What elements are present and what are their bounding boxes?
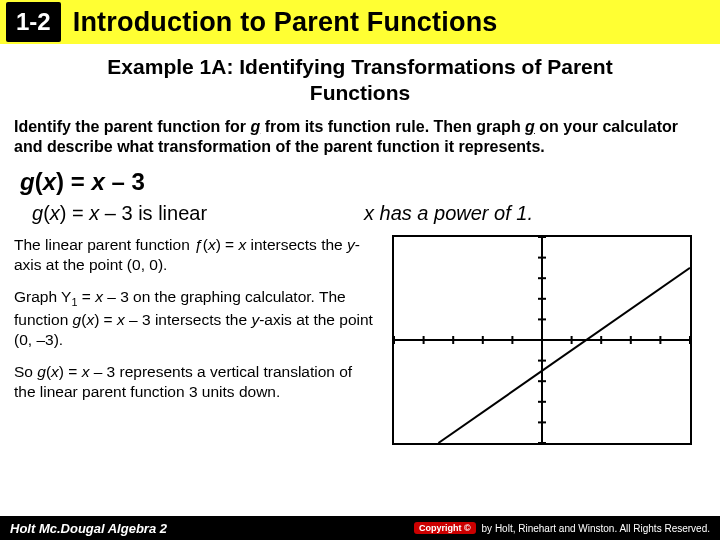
para-2: Graph Y1 = x – 3 on the graphing calcula… (14, 287, 374, 349)
footer-copyright: Copyright © by Holt, Rinehart and Winsto… (414, 522, 710, 534)
notes-row: g(x) = x – 3 is linear x has a power of … (14, 202, 706, 225)
header-title: Introduction to Parent Functions (73, 7, 498, 38)
lesson-badge: 1-2 (6, 2, 61, 42)
example-title: Example 1A: Identifying Transformations … (0, 54, 720, 107)
example-title-line1: Example 1A: Identifying Transformations … (107, 55, 612, 78)
graph-svg (394, 237, 690, 443)
linear-note: g(x) = x – 3 is linear (14, 202, 294, 225)
equation-main: g(x) = x – 3 (20, 168, 720, 196)
para-3: So g(x) = x – 3 represents a vertical tr… (14, 362, 374, 402)
para-1: The linear parent function ƒ(x) = x inte… (14, 235, 374, 275)
svg-line-22 (438, 268, 690, 443)
header-bar: 1-2 Introduction to Parent Functions (0, 0, 720, 44)
instructions: Identify the parent function for g from … (14, 117, 706, 159)
graph-col (392, 235, 692, 445)
graph-box (392, 235, 692, 445)
footer-bar: Holt Mc.Dougal Algebra 2 Copyright © by … (0, 516, 720, 540)
body-area: The linear parent function ƒ(x) = x inte… (14, 235, 706, 445)
copyright-badge: Copyright © (414, 522, 476, 534)
copyright-text: by Holt, Rinehart and Winston. All Right… (482, 523, 710, 534)
text-col: The linear parent function ƒ(x) = x inte… (14, 235, 374, 445)
example-title-line2: Functions (310, 81, 410, 104)
power-note: x has a power of 1. (324, 202, 706, 225)
footer-brand: Holt Mc.Dougal Algebra 2 (10, 521, 167, 536)
